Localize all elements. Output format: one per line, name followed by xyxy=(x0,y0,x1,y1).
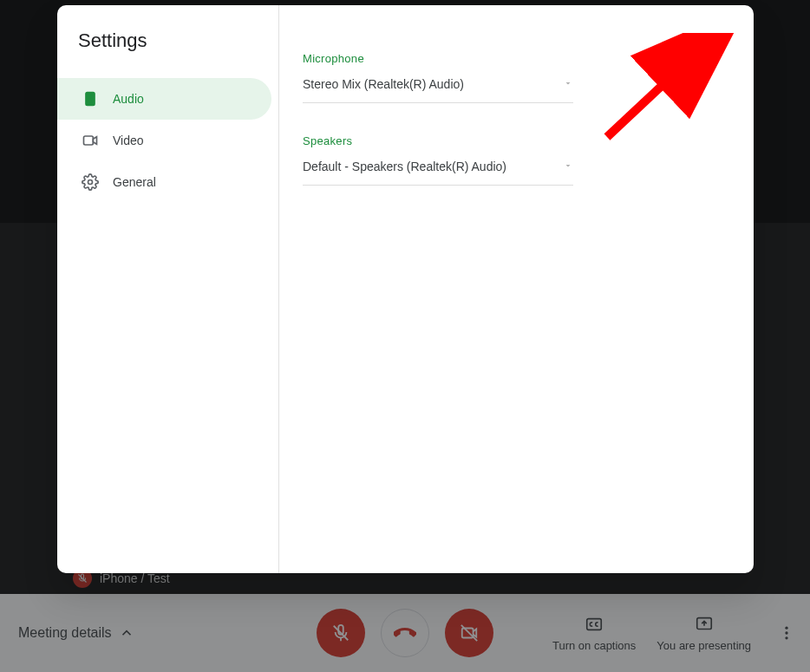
svg-rect-13 xyxy=(84,136,94,145)
sidebar-item-video[interactable]: Video xyxy=(57,120,271,161)
settings-content: Microphone Stereo Mix (Realtek(R) Audio)… xyxy=(279,5,754,573)
dropdown-caret-icon xyxy=(563,77,573,91)
svg-point-12 xyxy=(88,99,93,103)
settings-title: Settings xyxy=(57,29,278,78)
sidebar-item-label: Audio xyxy=(113,92,144,106)
sidebar-item-general[interactable]: General xyxy=(57,161,271,203)
gear-icon xyxy=(82,173,99,191)
microphone-value: Stereo Mix (Realtek(R) Audio) xyxy=(303,77,464,91)
microphone-select[interactable]: Stereo Mix (Realtek(R) Audio) xyxy=(303,65,573,103)
dropdown-caret-icon xyxy=(563,160,573,173)
speakers-label: Speakers xyxy=(303,134,719,147)
speaker-icon xyxy=(82,90,99,108)
microphone-section: Microphone Stereo Mix (Realtek(R) Audio) xyxy=(303,52,719,103)
close-icon xyxy=(711,32,728,49)
settings-modal: Settings Audio Video General xyxy=(57,5,754,573)
svg-point-11 xyxy=(89,95,91,97)
speakers-section: Speakers Default - Speakers (Realtek(R) … xyxy=(303,134,719,186)
sidebar-item-audio[interactable]: Audio xyxy=(57,78,271,120)
settings-sidebar: Settings Audio Video General xyxy=(57,5,279,573)
speakers-value: Default - Speakers (Realtek(R) Audio) xyxy=(303,160,506,173)
microphone-label: Microphone xyxy=(303,52,719,65)
sidebar-item-label: Video xyxy=(113,134,144,147)
speakers-select[interactable]: Default - Speakers (Realtek(R) Audio) xyxy=(303,147,573,186)
sidebar-item-label: General xyxy=(113,175,156,189)
svg-point-14 xyxy=(88,180,93,185)
close-button[interactable] xyxy=(705,26,735,55)
camera-icon xyxy=(82,132,99,149)
